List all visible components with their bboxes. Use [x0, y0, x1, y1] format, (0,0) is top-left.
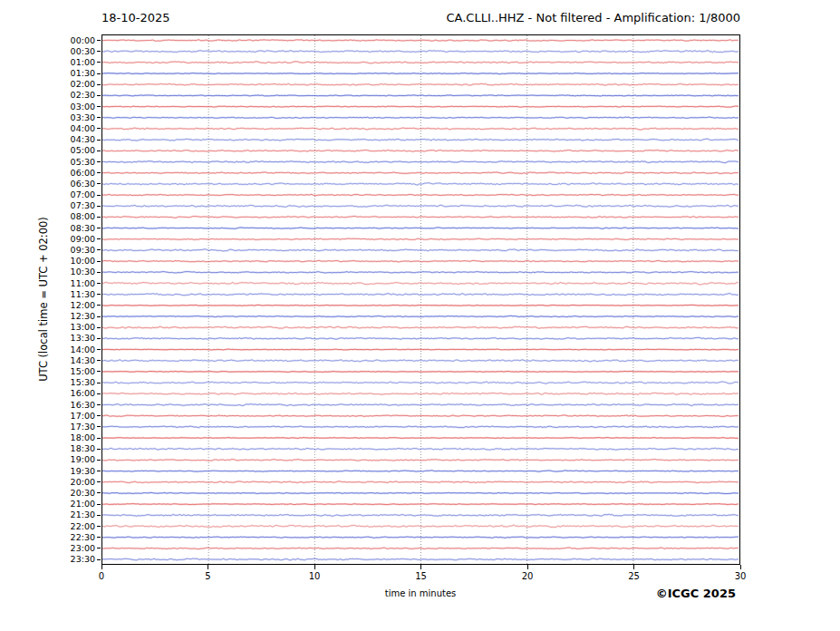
- y-tick-mark: [97, 261, 101, 262]
- y-tick-label: 04:30: [53, 135, 95, 144]
- y-tick-label: 00:30: [53, 47, 95, 56]
- y-tick-mark: [97, 383, 101, 383]
- y-tick-mark: [97, 183, 101, 184]
- y-tick-label: 15:00: [53, 367, 95, 376]
- y-tick-mark: [97, 316, 101, 317]
- y-tick-mark: [97, 84, 101, 85]
- y-tick-label: 18:30: [53, 444, 95, 453]
- y-tick-mark: [97, 415, 101, 416]
- y-tick-label: 21:00: [53, 500, 95, 509]
- y-tick-mark: [97, 150, 101, 151]
- y-tick-mark: [97, 559, 101, 560]
- y-tick-mark: [97, 117, 101, 118]
- y-tick-mark: [97, 349, 101, 350]
- y-tick-label: 16:30: [53, 401, 95, 410]
- x-axis-title: time in minutes: [385, 588, 457, 598]
- helicorder-page: 18-10-2025 CA.CLLI..HHZ - Not filtered -…: [0, 0, 840, 631]
- y-tick-label: 06:00: [53, 169, 95, 178]
- y-tick-label: 12:00: [53, 301, 95, 310]
- y-tick-mark: [97, 128, 101, 129]
- x-tick-label: 0: [88, 571, 115, 581]
- y-tick-label: 19:00: [53, 455, 95, 464]
- y-tick-mark: [97, 238, 101, 239]
- y-tick-mark: [97, 62, 101, 63]
- y-tick-mark: [97, 106, 101, 107]
- y-tick-mark: [97, 228, 101, 228]
- x-tick-label: 5: [195, 571, 222, 581]
- y-tick-mark: [97, 492, 101, 493]
- y-tick-mark: [97, 140, 101, 141]
- x-tick-label: 15: [408, 571, 435, 581]
- y-tick-mark: [97, 217, 101, 218]
- y-tick-label: 11:30: [53, 290, 95, 299]
- y-tick-mark: [97, 95, 101, 96]
- x-tick-mark: [101, 565, 102, 569]
- y-tick-label: 02:30: [53, 91, 95, 100]
- y-tick-label: 02:00: [53, 80, 95, 89]
- seismogram-traces: [102, 35, 739, 564]
- y-tick-label: 21:30: [53, 510, 95, 519]
- y-tick-mark: [97, 515, 101, 516]
- y-tick-label: 20:30: [53, 489, 95, 498]
- y-tick-label: 03:00: [53, 102, 95, 112]
- y-tick-mark: [97, 548, 101, 548]
- y-tick-mark: [97, 371, 101, 372]
- y-tick-mark: [97, 206, 101, 207]
- y-tick-mark: [97, 294, 101, 295]
- y-tick-mark: [97, 481, 101, 482]
- seismic-trace: [102, 371, 739, 372]
- y-tick-mark: [97, 283, 101, 284]
- y-tick-label: 06:30: [53, 180, 95, 189]
- y-tick-label: 11:00: [53, 279, 95, 288]
- y-tick-label: 14:00: [53, 345, 95, 354]
- y-tick-mark: [97, 426, 101, 427]
- x-tick-mark: [527, 565, 528, 569]
- y-tick-mark: [97, 172, 101, 173]
- y-tick-label: 04:00: [53, 124, 95, 133]
- y-tick-mark: [97, 73, 101, 74]
- y-tick-mark: [97, 504, 101, 505]
- plot-date-label: 18-10-2025: [101, 11, 170, 24]
- y-tick-label: 00:00: [53, 36, 95, 45]
- y-tick-mark: [97, 195, 101, 196]
- y-tick-mark: [97, 327, 101, 328]
- y-axis-title: UTC (local time = UTC + 02:00): [37, 217, 50, 382]
- y-tick-label: 05:30: [53, 158, 95, 167]
- y-tick-label: 16:00: [53, 389, 95, 398]
- y-tick-label: 17:00: [53, 412, 95, 421]
- y-tick-mark: [97, 161, 101, 162]
- y-tick-label: 22:00: [53, 522, 95, 531]
- x-tick-label: 10: [301, 571, 328, 581]
- y-tick-label: 08:00: [53, 212, 95, 221]
- y-tick-label: 19:30: [53, 467, 95, 476]
- y-tick-label: 09:00: [53, 235, 95, 244]
- y-tick-mark: [97, 393, 101, 394]
- y-tick-label: 13:30: [53, 334, 95, 343]
- y-tick-label: 01:30: [53, 69, 95, 78]
- y-tick-label: 14:30: [53, 356, 95, 365]
- x-tick-mark: [208, 565, 208, 569]
- x-tick-label: 20: [514, 571, 541, 581]
- seismogram-plot-area: [101, 34, 740, 565]
- y-tick-label: 07:30: [53, 201, 95, 210]
- x-tick-label: 25: [621, 571, 648, 581]
- y-tick-mark: [97, 526, 101, 527]
- y-tick-mark: [97, 471, 101, 471]
- y-tick-mark: [97, 305, 101, 306]
- y-tick-label: 12:30: [53, 312, 95, 321]
- y-tick-label: 18:00: [53, 433, 95, 442]
- y-tick-label: 13:00: [53, 323, 95, 332]
- y-tick-mark: [97, 449, 101, 450]
- y-tick-mark: [97, 360, 101, 361]
- y-tick-mark: [97, 249, 101, 250]
- y-tick-label: 03:30: [53, 113, 95, 122]
- x-tick-label: 30: [727, 571, 754, 581]
- y-tick-label: 10:30: [53, 267, 95, 277]
- y-tick-label: 23:00: [53, 544, 95, 553]
- y-tick-label: 17:30: [53, 422, 95, 432]
- x-tick-mark: [314, 565, 315, 569]
- y-tick-mark: [97, 404, 101, 405]
- y-tick-label: 09:30: [53, 246, 95, 255]
- y-tick-label: 08:30: [53, 224, 95, 233]
- y-tick-mark: [97, 537, 101, 538]
